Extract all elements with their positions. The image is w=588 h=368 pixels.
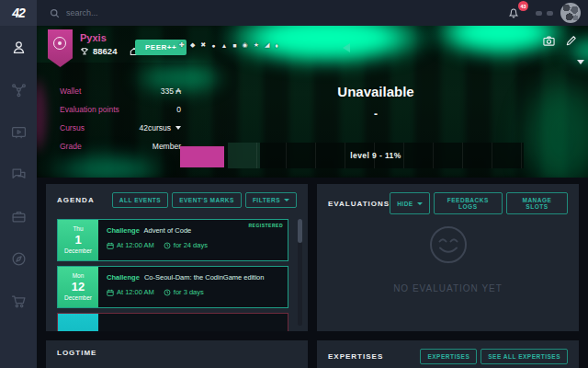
level-progress-bar[interactable]: level 9 - 11% <box>228 143 524 168</box>
topbar-dot-icon[interactable] <box>547 11 553 16</box>
expertises-title: EXPERTISES <box>328 352 383 361</box>
availability-subtitle: - <box>228 108 524 121</box>
change-cover-button[interactable] <box>543 34 555 51</box>
hide-label: HIDE <box>397 201 413 207</box>
achievement-icon[interactable]: ■ <box>232 42 236 49</box>
stat-label: Wallet <box>60 86 81 96</box>
agenda-scrollbar <box>298 219 302 326</box>
profile-stats: Wallet 335 ₳ Evaluation points 0 Cursus … <box>60 82 181 155</box>
cursus-dropdown[interactable]: 42cursus <box>140 123 182 132</box>
calendar-icon <box>107 242 114 249</box>
filters-button[interactable]: FILTERS <box>245 192 297 208</box>
event-kind: Challenge <box>107 226 140 235</box>
agenda-title: AGENDA <box>57 196 95 204</box>
search-input[interactable] <box>66 8 232 17</box>
forum-icon <box>11 167 27 182</box>
stat-grade: Grade Member <box>60 137 181 155</box>
logtime-title: LOGTIME <box>57 349 96 357</box>
projects-graph-icon <box>11 82 27 98</box>
agenda-event[interactable]: Mon 12 December Challenge Co-Seoul-Dam: … <box>57 266 288 308</box>
search-bar <box>50 0 232 26</box>
manage-slots-button[interactable]: MANAGE SLOTS <box>506 192 568 214</box>
agenda-event-list: Thu 1 December Challenge Advent of Code … <box>57 219 288 331</box>
pencil-icon <box>565 35 577 47</box>
chevron-down-icon <box>284 199 289 201</box>
achievement-icon[interactable]: ✖ <box>200 41 206 49</box>
42-intra-dashboard: 42 43 <box>0 0 588 368</box>
notification-count-badge: 43 <box>518 1 528 11</box>
feedbacks-logs-button[interactable]: FEEDBACKS LOGS <box>434 192 503 214</box>
achievements-row: ✚ ◆ ✖ ● ▲ ■ ◉ ★ ◢ ♦ <box>179 41 278 49</box>
sidebar-item-shop[interactable] <box>0 280 37 322</box>
event-day: Thu <box>73 225 83 233</box>
topbar: 42 43 <box>0 0 588 26</box>
notifications-bell[interactable]: 43 <box>507 6 522 21</box>
stat-wallet: Wallet 335 ₳ <box>60 82 181 100</box>
chevron-down-icon <box>417 202 423 205</box>
event-time: At 12:00 AM <box>117 241 154 249</box>
stat-evaluation-points: Evaluation points 0 <box>60 100 181 119</box>
chevron-down-icon <box>175 126 181 130</box>
evaluations-title: EVALUATIONS <box>328 200 390 208</box>
achievement-icon[interactable]: ✚ <box>179 41 185 49</box>
smiley-face-icon <box>317 224 579 265</box>
achievement-points: 88624 <box>93 46 117 56</box>
calendar-icon <box>107 289 114 296</box>
compass-icon <box>11 251 27 267</box>
agenda-event[interactable]: Thu 1 December Challenge Advent of Code … <box>57 219 288 261</box>
evaluations-header: EVALUATIONS HIDE FEEDBACKS LOGS MANAGE S… <box>317 184 579 221</box>
cursus-selected-value: 42cursus <box>140 123 172 132</box>
all-events-button[interactable]: ALL EVENTS <box>112 192 168 208</box>
event-title: Advent of Code <box>144 226 192 235</box>
agenda-header: AGENDA ALL EVENTS EVENT'S MARKS FILTERS <box>46 184 308 214</box>
topbar-dot-icon[interactable] <box>536 11 542 16</box>
achievement-icon[interactable]: ♦ <box>275 42 278 49</box>
achievement-icon[interactable]: ◉ <box>243 41 248 49</box>
event-date-block <box>58 314 98 331</box>
blurred-pink-block <box>180 146 224 167</box>
42-logo[interactable]: 42 <box>0 0 37 26</box>
sidebar-item-profile[interactable] <box>0 26 37 68</box>
event-month: December <box>64 294 92 302</box>
agenda-event-partial[interactable] <box>57 313 288 331</box>
see-all-expertises-button[interactable]: SEE ALL EXPERTISES <box>481 349 568 364</box>
expertises-button[interactable]: EXPERTISES <box>420 349 477 364</box>
sidebar-item-projects[interactable] <box>0 68 37 110</box>
sidebar-item-explore[interactable] <box>0 237 37 280</box>
registered-badge: REGISTERED <box>248 223 283 228</box>
banner-collapse-chevron-icon[interactable] <box>577 60 584 64</box>
achievements-carousel-arrow[interactable] <box>343 43 350 52</box>
coalition-emblem-icon <box>53 37 66 50</box>
clock-icon <box>164 289 171 296</box>
achievement-icon[interactable]: ★ <box>254 41 259 49</box>
no-evaluation-text: NO EVALUATION YET <box>317 283 579 293</box>
logtime-header: LOGTIME <box>46 340 308 363</box>
elearning-icon <box>11 124 27 140</box>
achievement-icon[interactable]: ● <box>211 42 215 49</box>
camera-icon <box>543 35 555 47</box>
user-icon <box>11 40 27 55</box>
edit-profile-button[interactable] <box>565 34 577 51</box>
events-marks-button[interactable]: EVENT'S MARKS <box>172 192 242 208</box>
briefcase-icon <box>11 209 27 224</box>
sidebar <box>0 26 37 368</box>
hide-button[interactable]: HIDE <box>390 192 430 214</box>
event-month: December <box>64 247 92 255</box>
achievement-icon[interactable]: ◢ <box>265 41 269 49</box>
filters-label: FILTERS <box>253 197 280 203</box>
sidebar-item-forum[interactable] <box>0 153 37 195</box>
achievement-icon[interactable]: ▲ <box>220 42 227 49</box>
user-avatar[interactable] <box>560 3 581 23</box>
agenda-scrollbar-thumb[interactable] <box>298 219 302 243</box>
level-text: level 9 - 11% <box>228 143 524 168</box>
event-date: 1 <box>74 233 81 247</box>
evaluations-card: EVALUATIONS HIDE FEEDBACKS LOGS MANAGE S… <box>317 184 579 331</box>
event-date-block: Thu 1 December <box>58 220 98 260</box>
event-date-block: Mon 12 December <box>58 267 98 307</box>
event-title: Co-Seoul-Dam: the CodinGame edition <box>144 273 264 282</box>
sidebar-item-companies[interactable] <box>0 195 37 237</box>
event-kind: Challenge <box>107 273 140 282</box>
achievement-icon[interactable]: ◆ <box>190 41 195 49</box>
sidebar-item-elearning[interactable] <box>0 110 37 153</box>
user-login[interactable]: Pyxis <box>80 32 107 43</box>
